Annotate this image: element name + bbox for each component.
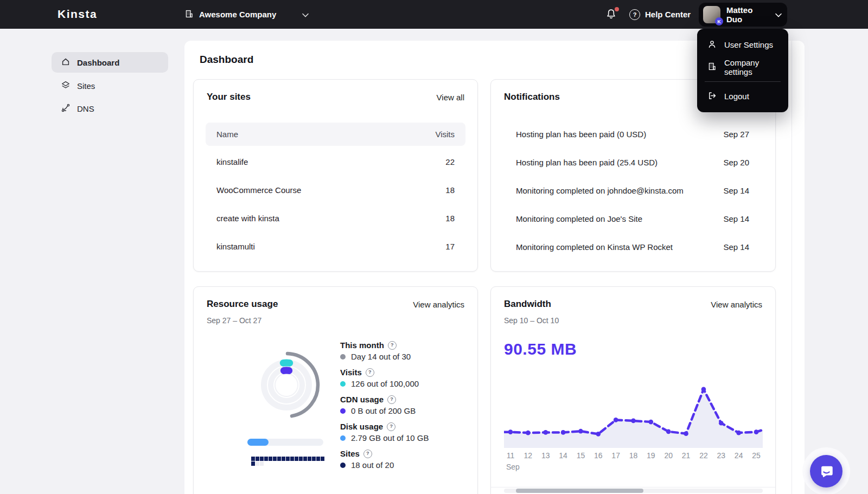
home-icon xyxy=(61,57,71,68)
x-tick-label: 25 xyxy=(750,451,763,460)
legend-color-dot xyxy=(340,381,346,387)
help-circle-icon: ? xyxy=(629,9,640,20)
legend-value-text: 18 out of 20 xyxy=(351,459,394,471)
site-visits: 18 xyxy=(445,185,455,195)
help-tooltip-icon[interactable]: ? xyxy=(363,450,372,458)
resource-date-range: Sep 27 – Oct 27 xyxy=(207,316,261,325)
legend-label: This month? xyxy=(340,339,470,351)
usage-segment xyxy=(277,457,281,461)
column-header-visits: Visits xyxy=(435,130,455,139)
notification-row[interactable]: Hosting plan has been paid (25.4 USD)Sep… xyxy=(491,148,775,176)
building-icon xyxy=(707,62,717,73)
sidebar-item-dashboard[interactable]: Dashboard xyxy=(52,52,168,73)
menu-item-label: User Settings xyxy=(724,40,773,49)
help-center-button[interactable]: ? Help Center xyxy=(629,0,691,29)
usage-segment xyxy=(264,457,268,461)
legend-value: 18 out of 20 xyxy=(340,459,470,471)
x-tick-label: 20 xyxy=(662,451,675,460)
usage-segment xyxy=(290,457,294,461)
notifications-title: Notifications xyxy=(504,92,560,102)
sidebar-item-label: Sites xyxy=(77,81,95,91)
usage-segment xyxy=(256,457,259,461)
x-tick-label: 21 xyxy=(680,451,693,460)
help-tooltip-icon[interactable]: ? xyxy=(387,395,396,404)
x-tick-label: 16 xyxy=(592,451,605,460)
bandwidth-x-axis-labels: 111213141516171819202122232425 xyxy=(504,451,763,461)
bandwidth-view-analytics-link[interactable]: View analytics xyxy=(711,300,762,309)
intercom-chat-launcher[interactable] xyxy=(810,455,843,487)
usage-segment xyxy=(273,457,277,461)
bandwidth-scrollbar-track xyxy=(504,489,763,493)
notification-date: Sep 20 xyxy=(723,158,749,167)
site-name: create with kinsta xyxy=(216,214,279,223)
panel-scrollbar-track[interactable] xyxy=(792,41,792,494)
notification-date: Sep 27 xyxy=(723,130,749,139)
notification-row[interactable]: Monitoring completed on Kinsta WP Rocket… xyxy=(491,233,775,261)
help-tooltip-icon[interactable]: ? xyxy=(366,368,374,377)
legend-label-text: Visits xyxy=(340,367,362,378)
usage-segment xyxy=(295,457,298,461)
legend-value-text: Day 14 out of 30 xyxy=(351,351,411,362)
site-name: kinstalife xyxy=(216,157,248,166)
company-name: Awesome Company xyxy=(199,10,276,19)
bandwidth-divider xyxy=(491,487,775,487)
bandwidth-scrollbar-thumb[interactable] xyxy=(516,489,643,493)
notification-row[interactable]: Monitoring completed on Joe's SiteSep 14 xyxy=(491,204,775,233)
notification-text: Hosting plan has been paid (0 USD) xyxy=(516,130,646,139)
disk-usage-progress-bar xyxy=(247,439,323,446)
site-visits: 17 xyxy=(445,242,455,251)
intercom-chat-icon xyxy=(818,463,834,479)
menu-item-label: Logout xyxy=(724,92,749,101)
sites-table-header: Name Visits xyxy=(206,123,465,146)
mykinsta-dashboard: Kinsta Awesome Company ? Help Center xyxy=(0,0,868,494)
dns-route-icon xyxy=(61,103,71,114)
x-tick-label: 11 xyxy=(504,451,517,460)
user-icon xyxy=(707,40,717,50)
resource-donut-chart xyxy=(251,350,322,420)
usage-segment xyxy=(312,457,316,461)
legend-item: This month?Day 14 out of 30 xyxy=(340,339,470,367)
usage-segment xyxy=(308,457,311,461)
site-name: kinstamulti xyxy=(216,242,255,251)
menu-item-logout[interactable]: Logout xyxy=(697,85,788,107)
sidebar-item-dns[interactable]: DNS xyxy=(52,98,168,119)
help-tooltip-icon[interactable]: ? xyxy=(387,422,395,431)
x-tick-label: 14 xyxy=(557,451,570,460)
menu-item-company-settings[interactable]: Company settings xyxy=(697,56,788,78)
resource-view-analytics-link[interactable]: View analytics xyxy=(413,300,464,309)
site-row[interactable]: kinstamulti17 xyxy=(206,232,465,260)
user-menu-button[interactable]: K Matteo Duo xyxy=(699,3,787,27)
legend-color-dot xyxy=(340,435,346,441)
site-row[interactable]: create with kinsta18 xyxy=(206,204,465,232)
usage-segment xyxy=(321,457,324,461)
x-tick-label: 12 xyxy=(521,451,534,460)
resource-legend: This month?Day 14 out of 30Visits?126 ou… xyxy=(340,339,470,475)
legend-value-text: 2.79 GB out of 10 GB xyxy=(351,432,429,444)
your-sites-view-all-link[interactable]: View all xyxy=(437,93,464,102)
company-selector[interactable]: Awesome Company xyxy=(184,0,309,29)
x-tick-label: 18 xyxy=(627,451,640,460)
chevron-down-icon xyxy=(775,10,782,20)
legend-label-text: CDN usage xyxy=(340,394,384,405)
legend-label: Sites? xyxy=(340,448,470,459)
legend-color-dot xyxy=(340,408,346,414)
help-tooltip-icon[interactable]: ? xyxy=(388,341,397,350)
legend-label-text: Sites xyxy=(340,448,360,459)
sidebar-item-sites[interactable]: Sites xyxy=(52,75,168,96)
legend-color-dot xyxy=(340,354,346,360)
site-visits: 18 xyxy=(445,214,455,223)
legend-color-dot xyxy=(340,463,346,468)
bandwidth-card: Bandwidth View analytics Sep 10 – Oct 10… xyxy=(490,286,776,494)
legend-item: Visits?126 out of 100,000 xyxy=(340,367,470,394)
site-row[interactable]: WooCommerce Course18 xyxy=(206,176,465,204)
notification-date: Sep 14 xyxy=(723,214,749,223)
notifications-bell-button[interactable] xyxy=(605,8,618,21)
notification-row[interactable]: Monitoring completed on johndoe@kinsta.c… xyxy=(491,176,775,204)
avatar: K xyxy=(703,6,720,23)
x-tick-label: 17 xyxy=(609,451,622,460)
menu-item-user-settings[interactable]: User Settings xyxy=(697,34,788,56)
site-row[interactable]: kinstalife22 xyxy=(206,147,465,176)
notification-row[interactable]: Hosting plan has been paid (0 USD)Sep 27 xyxy=(491,120,775,148)
resource-usage-title: Resource usage xyxy=(207,299,278,310)
bandwidth-x-axis-month: Sep xyxy=(506,463,520,471)
